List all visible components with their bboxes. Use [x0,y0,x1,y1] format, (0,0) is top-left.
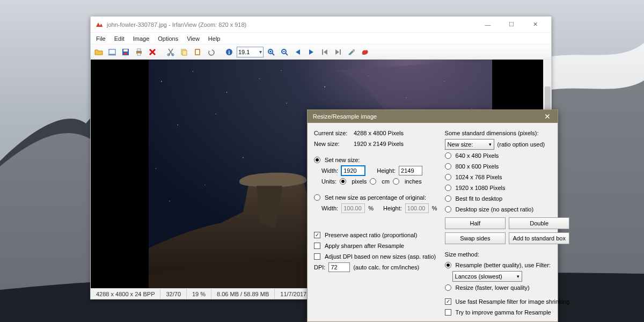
radio-units-in[interactable] [393,178,399,185]
radio-1024[interactable] [445,174,451,180]
paste-icon[interactable] [192,46,203,58]
undo-icon[interactable] [205,46,217,58]
open-icon[interactable] [93,46,105,58]
dialog-right-column: Some standard dimensions (pixels): New s… [445,128,570,318]
filter-select[interactable]: Lanczos (slowest) ▾ [452,271,522,282]
dialog-close-button[interactable]: ✕ [537,110,558,123]
check-improve-gamma[interactable] [445,309,451,316]
height-label: Height: [377,167,396,174]
zoom-out-icon[interactable] [279,46,290,58]
check-adjust-dpi[interactable] [314,253,320,260]
units-label: Units: [321,178,336,185]
dialog-title: Resize/Resample image [313,113,537,120]
add-std-button[interactable]: Add to standard box [509,232,569,244]
bestfit-label: Best fit to desktop [456,195,502,202]
menu-options[interactable]: Options [153,34,182,43]
menu-image[interactable]: Image [129,34,154,43]
info-icon[interactable]: i [223,46,235,58]
radio-640[interactable] [445,152,451,159]
last-icon[interactable] [332,46,344,58]
slideshow-icon[interactable] [106,46,118,58]
settings-icon[interactable] [346,46,357,58]
minimize-button[interactable]: — [476,17,500,32]
set-new-size-label: Set new size: [325,157,360,163]
save-icon[interactable] [120,46,131,58]
r800-label: 800 x 600 Pixels [456,163,499,170]
dialog-left-column: Current size:4288 x 4800 Pixels New size… [314,128,437,318]
height-input[interactable] [399,166,422,175]
status-dimensions: 4288 x 4800 x 24 BPP [91,289,160,299]
svg-point-23 [161,81,162,82]
radio-set-percent[interactable] [314,194,320,201]
check-preserve-ratio[interactable] [314,232,320,238]
zoom-in-icon[interactable] [265,46,277,58]
half-button[interactable]: Half [445,217,506,229]
preserve-ratio-label: Preserve aspect ratio (proportional) [325,232,417,238]
check-sharpen[interactable] [314,243,320,249]
svg-rect-1 [109,49,115,54]
radio-bestfit[interactable] [445,195,451,202]
window-titlebar[interactable]: john-fowler-330787.jpg - IrfanView (Zoom… [91,17,551,33]
zoom-combo[interactable]: 19.1 ▾ [237,47,264,57]
resize-dialog: Resize/Resample image ✕ Current size:428… [307,109,558,322]
svg-point-27 [177,125,178,126]
chevron-down-icon: ▾ [489,142,492,147]
pct-width-label: Width: [321,205,338,211]
prev-icon[interactable] [292,46,304,58]
svg-point-24 [193,71,193,72]
window-controls: — ☐ ✕ [476,17,547,32]
svg-point-31 [286,103,287,103]
radio-800[interactable] [445,163,451,170]
maximize-button[interactable]: ☐ [500,17,523,32]
resize-label: Resize (faster, lower quality) [456,284,530,291]
swap-sides-button[interactable]: Swap sides [445,232,506,244]
print-icon[interactable] [133,46,145,58]
new-size-value: 1920 x 2149 Pixels [354,141,404,147]
dpi-input[interactable] [328,262,350,272]
new-size-select[interactable]: New size: ▾ [445,139,494,150]
svg-point-30 [243,157,244,158]
chevron-down-icon: ▾ [259,49,262,55]
chevron-down-icon: ▾ [517,274,519,279]
close-button[interactable]: ✕ [523,17,547,32]
svg-rect-20 [340,49,341,55]
pct-width-input[interactable] [341,203,365,213]
double-button[interactable]: Double [509,217,569,229]
menu-help[interactable]: Help [204,34,225,43]
radio-set-new-size[interactable] [314,157,320,163]
dialog-titlebar[interactable]: Resize/Resample image ✕ [308,110,558,123]
radio-units-cm[interactable] [370,178,376,185]
svg-rect-2 [108,55,116,55]
menu-edit[interactable]: Edit [110,34,129,43]
menu-file[interactable]: File [92,34,110,43]
menu-view[interactable]: View [182,34,204,43]
pct-height-input[interactable] [405,203,429,213]
sharpen-label: Apply sharpen after Resample [325,243,404,249]
svg-point-28 [216,114,216,114]
svg-point-42 [281,70,281,71]
app-mascot-icon[interactable] [359,46,371,58]
copy-icon[interactable] [178,46,190,58]
radio-resize[interactable] [445,284,451,291]
std-dimensions-label: Some standard dimensions (pixels): [445,130,539,136]
radio-resample[interactable] [445,262,451,268]
radio-units-pixels[interactable] [340,178,346,185]
current-size-label: Current size: [314,130,352,136]
status-memory: 8.06 MB / 58.89 MB [211,289,275,299]
width-input[interactable] [341,166,365,175]
radio-1920[interactable] [445,185,451,191]
pct-height-label: Height: [383,205,402,211]
radio-desktop[interactable] [445,206,451,213]
pct-sign-2: % [432,205,437,211]
ratio-hint: (ratio option used) [497,141,545,148]
desktop-label: Desktop size (no aspect ratio) [456,206,534,213]
status-zoom: 19 % [187,289,211,299]
svg-point-35 [169,201,170,201]
delete-icon[interactable] [147,46,158,58]
cut-icon[interactable] [165,46,177,58]
check-fast-filter[interactable] [445,298,451,305]
svg-point-29 [156,168,156,169]
next-icon[interactable] [305,46,317,58]
dpi-label: DPI: [314,264,325,270]
first-icon[interactable] [319,46,331,58]
